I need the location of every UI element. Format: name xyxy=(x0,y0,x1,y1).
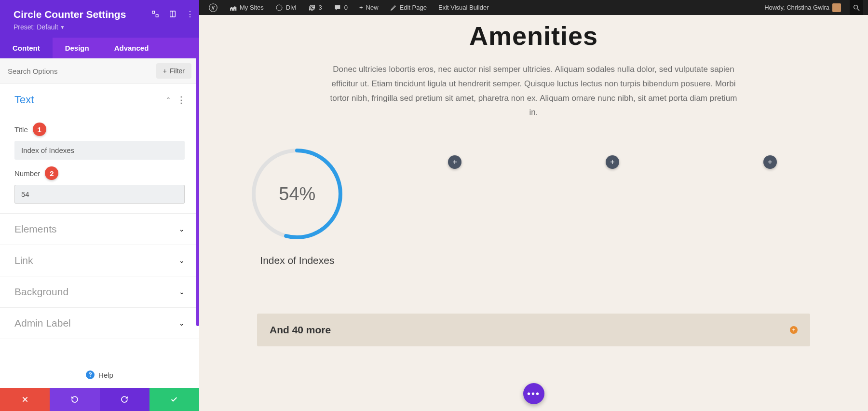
preset-label: Preset: Default xyxy=(14,23,58,31)
title-input[interactable] xyxy=(14,141,185,160)
search-input[interactable] xyxy=(8,64,156,78)
edit-page-label: Edit Page xyxy=(400,4,427,11)
number-field-label: Number xyxy=(14,169,40,178)
section-title: Text xyxy=(14,94,34,106)
add-module-button[interactable]: + xyxy=(606,155,619,169)
callout-marker-2: 2 xyxy=(45,166,58,180)
callout-marker-1: 1 xyxy=(33,123,46,136)
toggle-title: And 40 more xyxy=(270,324,331,336)
empty-column: + xyxy=(548,147,677,266)
widgets-row: 54% Index of Indexes + + + xyxy=(228,147,839,266)
filter-button[interactable]: + Filter xyxy=(156,63,191,79)
svg-point-7 xyxy=(276,5,282,11)
my-sites-link[interactable]: My Sites xyxy=(224,4,269,12)
section-text-fields: Title 1 Number 2 xyxy=(0,123,199,213)
circle-counter: 54% xyxy=(250,147,344,241)
section-background-header[interactable]: Background ⌄ xyxy=(0,276,199,307)
chevron-down-icon: ⌄ xyxy=(179,225,185,233)
section-title: Elements xyxy=(14,223,57,235)
svg-rect-0 xyxy=(152,11,155,14)
user-link[interactable]: Howdy, Christina Gwira xyxy=(760,3,846,12)
content-area: Amenities Donec ultricies lobortis eros,… xyxy=(199,15,868,411)
howdy-label: Howdy, Christina Gwira xyxy=(764,4,829,11)
svg-point-8 xyxy=(854,5,858,9)
section-link: Link ⌄ xyxy=(0,245,199,276)
section-text: Text ⌃ ⋮ Title 1 Number 2 xyxy=(0,84,199,214)
plus-icon: + xyxy=(163,67,167,75)
settings-tabs: Content Design Advanced xyxy=(0,38,199,58)
counter-title: Index of Indexes xyxy=(260,255,334,266)
filter-label: Filter xyxy=(170,67,185,75)
help-link[interactable]: ? Help xyxy=(0,362,199,388)
svg-rect-1 xyxy=(156,14,158,17)
avatar xyxy=(832,3,841,12)
section-background: Background ⌄ xyxy=(0,276,199,308)
add-module-button[interactable]: + xyxy=(448,155,461,169)
section-admin-label-header[interactable]: Admin Label ⌄ xyxy=(0,308,199,339)
page-title: Amenities xyxy=(228,21,839,51)
my-sites-label: My Sites xyxy=(240,4,264,11)
title-field-label: Title xyxy=(14,125,28,134)
new-link[interactable]: + New xyxy=(354,4,383,11)
svg-point-6 xyxy=(209,3,217,12)
cancel-button[interactable] xyxy=(0,388,50,411)
caret-down-icon: ▼ xyxy=(60,25,65,30)
chevron-down-icon: ⌄ xyxy=(179,257,185,264)
tab-advanced[interactable]: Advanced xyxy=(102,38,162,58)
tab-design[interactable]: Design xyxy=(53,38,102,58)
wp-logo-icon[interactable] xyxy=(204,3,222,12)
chevron-up-icon: ⌃ xyxy=(165,96,171,104)
redo-button[interactable] xyxy=(100,388,149,411)
main-area: My Sites Divi 3 0 + New Edit Page xyxy=(199,0,868,411)
sidebar-header: Circle Counter Settings Preset: Default … xyxy=(0,0,199,38)
number-input[interactable] xyxy=(14,185,185,204)
section-link-header[interactable]: Link ⌄ xyxy=(0,245,199,276)
updates-link[interactable]: 3 xyxy=(303,4,327,12)
panel-body: Text ⌃ ⋮ Title 1 Number 2 xyxy=(0,84,199,362)
comments-link[interactable]: 0 xyxy=(329,4,353,12)
responsive-icon[interactable] xyxy=(168,10,177,18)
search-row: + Filter xyxy=(0,58,199,84)
more-icon[interactable]: ⋮ xyxy=(177,95,185,105)
more-icon[interactable]: ⋮ xyxy=(186,10,194,18)
footer-bar xyxy=(0,388,199,411)
help-icon: ? xyxy=(86,370,95,379)
section-title: Admin Label xyxy=(14,317,71,329)
comments-count: 0 xyxy=(344,4,348,11)
section-elements-header[interactable]: Elements ⌄ xyxy=(0,214,199,245)
preset-selector[interactable]: Preset: Default ▼ xyxy=(14,23,186,31)
tab-content[interactable]: Content xyxy=(0,38,53,58)
new-label: New xyxy=(366,4,379,11)
exit-vb-link[interactable]: Exit Visual Builder xyxy=(434,4,494,11)
section-elements: Elements ⌄ xyxy=(0,214,199,245)
plus-icon: + xyxy=(359,4,363,11)
save-button[interactable] xyxy=(149,388,199,411)
counter-percent: 54% xyxy=(250,147,344,241)
section-text-header[interactable]: Text ⌃ ⋮ xyxy=(0,84,199,116)
empty-column: + xyxy=(391,147,519,266)
section-title: Link xyxy=(14,255,33,266)
expand-icon: + xyxy=(790,326,798,334)
section-title: Background xyxy=(14,286,68,298)
svg-line-9 xyxy=(857,9,859,11)
fullscreen-icon[interactable] xyxy=(151,10,160,18)
toggle-module[interactable]: And 40 more + xyxy=(257,314,810,346)
settings-sidebar: Circle Counter Settings Preset: Default … xyxy=(0,0,199,411)
page-paragraph: Donec ultricies lobortis eros, nec aucto… xyxy=(326,62,741,120)
help-label: Help xyxy=(98,371,113,379)
page-settings-fab[interactable]: ••• xyxy=(523,383,544,404)
updates-count: 3 xyxy=(319,4,322,11)
exit-vb-label: Exit Visual Builder xyxy=(438,4,489,11)
undo-button[interactable] xyxy=(50,388,99,411)
chevron-down-icon: ⌄ xyxy=(179,319,185,327)
section-admin-label: Admin Label ⌄ xyxy=(0,308,199,339)
empty-column: + xyxy=(705,147,834,266)
chevron-down-icon: ⌄ xyxy=(179,288,185,296)
wp-admin-bar: My Sites Divi 3 0 + New Edit Page xyxy=(199,0,868,15)
add-module-button[interactable]: + xyxy=(763,155,777,169)
circle-counter-module[interactable]: 54% Index of Indexes xyxy=(233,147,362,266)
edit-page-link[interactable]: Edit Page xyxy=(385,4,432,11)
site-label: Divi xyxy=(286,4,297,11)
search-icon[interactable] xyxy=(850,0,863,15)
site-link[interactable]: Divi xyxy=(271,4,301,12)
